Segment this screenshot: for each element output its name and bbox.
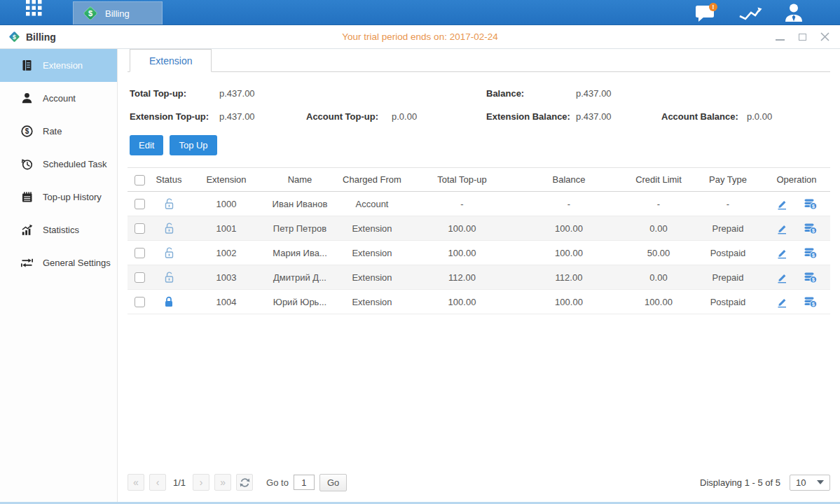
go-button[interactable]: Go xyxy=(319,474,347,491)
sidebar-item-extension[interactable]: Extension xyxy=(0,49,117,82)
account-topup-label: Account Top-up: xyxy=(306,111,392,122)
table-row: 1002 Мария Ива... Extension 100.00 100.0… xyxy=(128,241,830,265)
edit-row-icon[interactable] xyxy=(776,246,788,259)
tab-extension[interactable]: Extension xyxy=(130,49,212,72)
prev-page-button[interactable]: ‹ xyxy=(149,474,166,491)
trial-period-notice: Your trial period ends on: 2017-02-24 xyxy=(342,31,497,42)
edit-row-icon[interactable] xyxy=(776,197,788,210)
edit-button[interactable]: Edit xyxy=(130,135,163,155)
sidebar-item-topup-history[interactable]: Top-up History xyxy=(0,181,117,214)
row-checkbox[interactable] xyxy=(135,199,145,209)
balance-label: Balance: xyxy=(486,88,576,99)
col-balance: Balance xyxy=(514,168,624,192)
table-row: 1000 Иван Иванов Account - - - - $ xyxy=(128,192,830,216)
top-up-button[interactable]: Top Up xyxy=(170,135,216,155)
svg-text:$: $ xyxy=(812,204,815,209)
account-balance-label: Account Balance: xyxy=(661,111,747,122)
top-up-row-icon[interactable]: $ xyxy=(804,271,818,284)
cell-pay-type: Prepaid xyxy=(693,216,763,241)
first-page-button[interactable]: « xyxy=(128,474,144,491)
top-up-row-icon[interactable]: $ xyxy=(804,295,818,308)
top-up-row-icon[interactable]: $ xyxy=(804,197,818,210)
row-checkbox[interactable] xyxy=(135,272,145,283)
cell-balance: 100.00 xyxy=(514,290,624,314)
next-page-button[interactable]: › xyxy=(193,474,209,491)
sidebar-item-rate[interactable]: $ Rate xyxy=(0,115,117,148)
status-cell[interactable] xyxy=(151,216,186,241)
cell-total-topup: - xyxy=(411,192,514,216)
close-icon xyxy=(820,32,829,41)
status-cell[interactable] xyxy=(151,290,186,314)
close-button[interactable] xyxy=(819,31,830,43)
top-up-row-icon[interactable]: $ xyxy=(804,246,818,259)
messages-button[interactable]: ! xyxy=(694,2,718,23)
window-controls xyxy=(774,31,830,43)
action-buttons: Edit Top Up xyxy=(130,135,830,155)
cell-extension: 1000 xyxy=(186,192,266,216)
status-cell[interactable] xyxy=(151,241,186,265)
cell-balance: - xyxy=(514,192,624,216)
app-grid-icon[interactable] xyxy=(26,0,42,19)
page-size-value: 10 xyxy=(796,477,806,488)
top-up-row-icon[interactable]: $ xyxy=(804,222,818,234)
sidebar-item-label: Extension xyxy=(43,60,83,71)
svg-text:$: $ xyxy=(812,228,815,234)
col-charged-from: Charged From xyxy=(333,168,411,192)
cell-total-topup: 112.00 xyxy=(411,265,514,290)
chevron-down-icon xyxy=(817,480,824,484)
status-cell[interactable] xyxy=(151,192,186,216)
table-header-row: Status Extension Name Charged From Total… xyxy=(128,168,830,192)
sidebar-item-scheduled-task[interactable]: Scheduled Task xyxy=(0,148,117,181)
unlocked-icon xyxy=(163,222,175,234)
unlocked-icon xyxy=(163,271,175,284)
header-checkbox-cell xyxy=(128,168,151,192)
statistics-bars-icon xyxy=(20,223,34,237)
billing-dollar-diamond-icon: $ xyxy=(82,5,99,22)
col-pay-type: Pay Type xyxy=(693,168,763,192)
last-page-button[interactable]: » xyxy=(214,474,231,491)
cell-extension: 1003 xyxy=(186,265,266,290)
line-chart-icon xyxy=(738,4,762,22)
sidebar-item-label: Scheduled Task xyxy=(43,159,107,169)
minimize-button[interactable] xyxy=(774,31,785,43)
displaying-text: Displaying 1 - 5 of 5 xyxy=(700,477,780,488)
cell-extension: 1001 xyxy=(186,216,266,241)
svg-text:$: $ xyxy=(88,9,92,18)
row-checkbox[interactable] xyxy=(135,297,145,307)
unlocked-icon xyxy=(163,197,175,210)
col-name: Name xyxy=(266,168,333,192)
unlocked-icon xyxy=(163,246,175,259)
status-cell[interactable] xyxy=(151,265,186,290)
statistics-monitor-button[interactable] xyxy=(738,4,762,22)
extension-balance-value: p.437.00 xyxy=(576,111,661,122)
main-panel: Extension Total Top-up: p.437.00 Balance… xyxy=(118,49,840,502)
refresh-icon xyxy=(240,477,250,488)
cell-balance: 100.00 xyxy=(514,216,624,241)
extension-balance-label: Extension Balance: xyxy=(486,111,576,122)
maximize-button[interactable] xyxy=(797,31,808,43)
user-account-button[interactable] xyxy=(783,3,805,22)
cell-name: Иван Иванов xyxy=(266,192,333,216)
cell-name: Дмитрий Д... xyxy=(266,265,333,290)
pagination-right: Displaying 1 - 5 of 5 10 xyxy=(700,475,830,491)
row-checkbox[interactable] xyxy=(135,248,145,258)
cell-pay-type: Postpaid xyxy=(693,290,763,314)
table-row: 1004 Юрий Юрь... Extension 100.00 100.00… xyxy=(128,290,830,314)
cell-pay-type: Postpaid xyxy=(693,241,763,265)
sidebar-item-account[interactable]: Account xyxy=(0,82,117,115)
refresh-button[interactable] xyxy=(236,474,253,491)
cell-credit-limit: 0.00 xyxy=(624,216,693,241)
edit-row-icon[interactable] xyxy=(776,222,788,234)
sidebar-item-general-settings[interactable]: General Settings xyxy=(0,246,117,279)
sidebar-item-statistics[interactable]: Statistics xyxy=(0,214,117,246)
topbar-billing-tab[interactable]: $ Billing xyxy=(73,1,163,24)
sidebar-item-label: Top-up History xyxy=(43,192,102,202)
edit-row-icon[interactable] xyxy=(776,271,788,284)
extension-table: Status Extension Name Charged From Total… xyxy=(128,167,830,314)
page-size-select[interactable]: 10 xyxy=(790,475,830,491)
row-checkbox[interactable] xyxy=(135,223,145,234)
edit-row-icon[interactable] xyxy=(776,295,788,308)
select-all-checkbox[interactable] xyxy=(135,175,145,186)
goto-page-input[interactable] xyxy=(294,475,315,490)
col-extension: Extension xyxy=(186,168,266,192)
